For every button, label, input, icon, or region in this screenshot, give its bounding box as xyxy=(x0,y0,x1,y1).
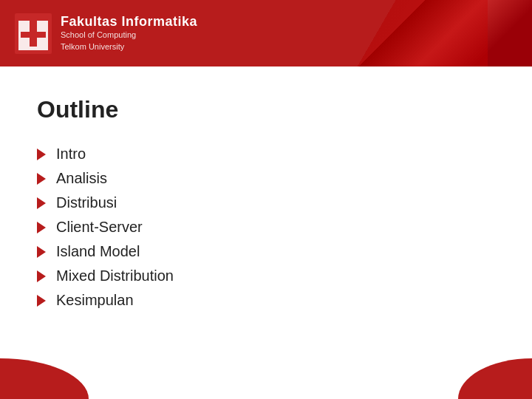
bullet-arrow-icon xyxy=(37,222,46,233)
footer-right-shape xyxy=(443,358,532,399)
list-item: Distribusi xyxy=(37,194,495,211)
list-item: Mixed Distribution xyxy=(37,267,495,284)
university-name: Fakultas Informatika xyxy=(61,14,197,30)
logo-area: Fakultas Informatika School of Computing… xyxy=(15,13,197,54)
list-item-label: Client-Server xyxy=(56,219,143,236)
svg-rect-2 xyxy=(21,32,46,38)
list-item-label: Intro xyxy=(56,146,86,163)
list-item: Client-Server xyxy=(37,219,495,236)
main-content: Outline IntroAnalisisDistribusiClient-Se… xyxy=(0,66,532,338)
outline-list: IntroAnalisisDistribusiClient-ServerIsla… xyxy=(37,146,495,309)
list-item-label: Distribusi xyxy=(56,194,117,211)
bullet-arrow-icon xyxy=(37,295,46,307)
list-item-label: Island Model xyxy=(56,243,140,260)
header: Fakultas Informatika School of Computing… xyxy=(0,0,532,66)
list-item-label: Analisis xyxy=(56,170,107,187)
bullet-arrow-icon xyxy=(37,197,46,209)
logo-text: Fakultas Informatika School of Computing… xyxy=(61,14,197,52)
bullet-arrow-icon xyxy=(37,246,46,258)
list-item-label: Mixed Distribution xyxy=(56,267,174,284)
list-item: Island Model xyxy=(37,243,495,260)
list-item: Analisis xyxy=(37,170,495,187)
list-item-label: Kesimpulan xyxy=(56,292,134,309)
footer-left-shape xyxy=(0,358,148,399)
bullet-arrow-icon xyxy=(37,270,46,282)
university-logo-icon xyxy=(15,13,52,54)
list-item: Kesimpulan xyxy=(37,292,495,309)
footer-decoration xyxy=(0,358,532,399)
list-item: Intro xyxy=(37,146,495,163)
bullet-arrow-icon xyxy=(37,173,46,185)
bullet-arrow-icon xyxy=(37,149,46,160)
page-title: Outline xyxy=(37,96,495,123)
school-name: School of Computing Telkom University xyxy=(61,30,197,52)
